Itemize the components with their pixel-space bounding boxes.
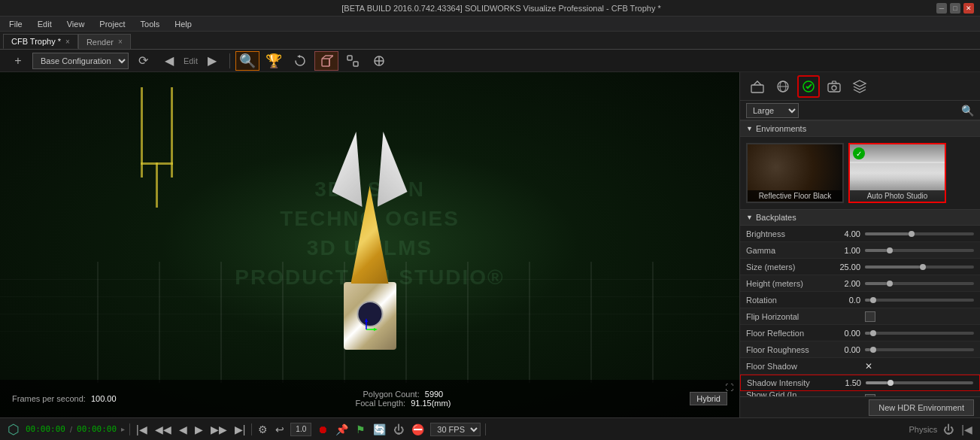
rotate-tool-button[interactable] — [288, 51, 312, 71]
brightness-row: Brightness 4.00 — [740, 226, 980, 242]
floor-roughness-label: Floor Roughness — [746, 345, 829, 354]
new-hdr-button[interactable]: New HDR Environment — [869, 399, 974, 416]
menu-project[interactable]: Project — [93, 18, 131, 30]
rotation-slider[interactable] — [865, 299, 974, 302]
config-dropdown[interactable]: Base Configuration — [32, 53, 129, 69]
cube-tool-button[interactable] — [314, 51, 338, 71]
refresh-button[interactable]: ⟳ — [131, 51, 155, 71]
go-start-button[interactable]: |◀ — [135, 422, 149, 437]
floor-reflection-row: Floor Reflection 0.00 — [740, 325, 980, 341]
aperture-tool-button[interactable] — [367, 51, 391, 71]
backplates-section-header[interactable]: ▼ Backplates — [740, 209, 980, 226]
window-controls[interactable]: ─ □ ✕ — [936, 3, 974, 14]
brightness-slider[interactable] — [865, 232, 974, 235]
flip-label: Flip Horizontal — [746, 312, 829, 321]
rotation-value: 0.0 — [829, 296, 860, 305]
polygon-value: 5990 — [425, 390, 443, 399]
floor-reflection-slider[interactable] — [865, 332, 974, 335]
flag-button[interactable]: ⚑ — [354, 422, 367, 437]
play-forward-button[interactable]: ▶ — [193, 422, 205, 437]
right-panel: LargeMediumSmall 🔍 ▼ Environments Reflec… — [739, 72, 980, 417]
environments-section-header[interactable]: ▼ Environments — [740, 120, 980, 137]
tab-label-cfb: CFB Trophy * — [11, 37, 61, 46]
pin-button[interactable]: 📌 — [334, 422, 350, 437]
toolbar-separator — [229, 53, 230, 68]
size-label: Size (meters) — [746, 262, 829, 272]
stop-anim-button[interactable]: ⛔ — [410, 422, 426, 437]
expand-icon[interactable]: ⛶ — [725, 383, 733, 392]
layers-panel-button[interactable] — [848, 75, 871, 98]
floor-reflection-value: 0.00 — [829, 329, 860, 338]
backplates-label: Backplates — [756, 213, 796, 222]
target-tool-button[interactable] — [341, 51, 365, 71]
3d-viewport[interactable]: 3DV S ON TECHNO OGIES 3D U ELMS PRODUCT … — [0, 72, 739, 417]
search-icon[interactable]: 🔍 — [961, 105, 974, 117]
timeline-bar: ⬡ 00:00:00 / 00:00:00 ▸ |◀ ◀◀ ◀ ▶ ▶▶ ▶| … — [0, 417, 980, 440]
panel-toolbar — [740, 72, 980, 101]
floor-roughness-slider[interactable] — [865, 348, 974, 351]
menu-tools[interactable]: Tools — [135, 18, 166, 30]
gamma-slider[interactable] — [865, 249, 974, 252]
trophy-wing-right — [378, 132, 408, 207]
viewport-toolbar: + Base Configuration ⟳ ◀ Edit ▶ 🔍 🏆 — [0, 50, 980, 72]
scene-canvas[interactable]: 3DV S ON TECHNO OGIES 3D U ELMS PRODUCT … — [0, 72, 739, 417]
polygon-display: Polygon Count: 5990 Focal Length: 91.15(… — [355, 390, 451, 408]
shadow-intensity-slider[interactable] — [866, 381, 973, 384]
menu-help[interactable]: Help — [168, 18, 198, 30]
tab-close-render[interactable]: × — [118, 38, 123, 46]
camera-panel-button[interactable] — [823, 75, 845, 98]
refresh-anim-button[interactable]: 🔄 — [372, 422, 387, 437]
menu-bar: File Edit View Project Tools Help — [0, 17, 980, 32]
nav-next-button[interactable]: ▶ — [200, 51, 224, 71]
floor-shadow-x[interactable]: ✕ — [865, 361, 872, 372]
record-button[interactable]: ⏺ — [316, 422, 329, 437]
materials-panel-button[interactable] — [772, 75, 794, 98]
env-auto-photo-studio[interactable]: ✓ Auto Photo Studio — [848, 143, 946, 203]
render-panel-button[interactable] — [797, 75, 820, 98]
svg-marker-9 — [365, 318, 368, 322]
scene-panel-button[interactable] — [746, 75, 769, 98]
frame-counter[interactable]: 1.0 — [290, 423, 311, 436]
fps-selector[interactable]: 24 FPS30 FPS60 FPS — [430, 423, 481, 436]
play-back-button[interactable]: ◀ — [177, 422, 189, 437]
size-value: 25.00 — [829, 262, 860, 272]
tab-render[interactable]: Render × — [78, 34, 131, 49]
menu-edit[interactable]: Edit — [32, 18, 58, 30]
search-tool-button[interactable]: 🔍 — [235, 51, 259, 71]
env-reflective-floor[interactable]: Reflective Floor Black — [746, 143, 844, 203]
floor-shadow-label: Floor Shadow — [746, 362, 829, 371]
app-icon[interactable]: ⬡ — [6, 420, 21, 439]
flip-checkbox[interactable] — [865, 311, 875, 322]
maximize-button[interactable]: □ — [950, 3, 960, 14]
loop-button[interactable]: ↩ — [274, 422, 286, 437]
cup-tool-button[interactable]: 🏆 — [262, 51, 286, 71]
minimize-button[interactable]: ─ — [936, 3, 947, 14]
info-bar: Frames per second: 100.00 Polygon Count:… — [0, 380, 739, 417]
physics-extra-button[interactable]: |◀ — [960, 422, 974, 437]
height-slider[interactable] — [865, 282, 974, 285]
time-total: 00:00:00 — [77, 424, 117, 434]
tab-cfb-trophy[interactable]: CFB Trophy * × — [3, 34, 78, 49]
size-slider[interactable] — [865, 266, 974, 269]
size-dropdown[interactable]: LargeMediumSmall — [746, 103, 799, 118]
step-forward-button[interactable]: ▶▶ — [209, 422, 229, 437]
floor-roughness-row: Floor Roughness 0.00 — [740, 341, 980, 358]
tab-close-cfb[interactable]: × — [65, 38, 70, 46]
physics-power-button[interactable]: ⏻ — [942, 422, 955, 437]
size-row: Size (meters) 25.00 — [740, 259, 980, 275]
menu-view[interactable]: View — [61, 18, 91, 30]
panel-footer: New HDR Environment — [740, 396, 980, 417]
add-button[interactable]: + — [6, 51, 30, 71]
floor-reflection-label: Floor Reflection — [746, 329, 829, 338]
power-button[interactable]: ⏻ — [392, 422, 405, 437]
step-back-button[interactable]: ◀◀ — [153, 422, 173, 437]
settings-button[interactable]: ⚙ — [256, 422, 269, 437]
physics-label: Physics — [909, 425, 937, 434]
svg-rect-2 — [353, 62, 358, 66]
go-end-button[interactable]: ▶| — [233, 422, 247, 437]
nav-prev-button[interactable]: ◀ — [157, 51, 181, 71]
close-button[interactable]: ✕ — [963, 3, 974, 14]
menu-file[interactable]: File — [3, 18, 29, 30]
floor-shadow-row: Floor Shadow ✕ — [740, 358, 980, 375]
panel-content[interactable]: ▼ Environments Reflective Floor Black ✓ — [740, 120, 980, 396]
